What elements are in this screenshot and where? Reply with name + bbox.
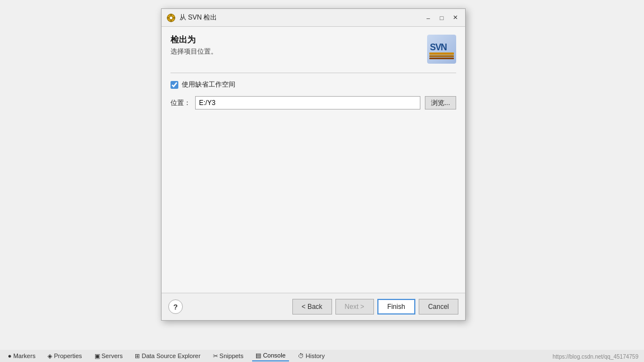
maximize-button[interactable]: □ [436,12,447,23]
snippets-icon: ✂ [213,353,218,360]
dialog-title-text: 从 SVN 检出 [179,13,423,22]
tab-console[interactable]: ▤ Console [252,351,288,361]
properties-icon: ◈ [48,353,52,360]
dialog-title-bar[interactable]: 从 SVN 检出 – □ ✕ [162,9,465,27]
dialog-main-title: 检出为 [171,35,422,45]
close-button[interactable]: ✕ [449,12,461,23]
workspace-checkbox-label[interactable]: 使用缺省工作空间 [182,80,235,89]
servers-icon: ▣ [94,353,100,360]
back-button[interactable]: < Back [292,299,332,315]
svg-rect-5 [173,17,175,18]
bottom-tab-bar: ● Markers ◈ Properties ▣ Servers ⊞ Data … [0,350,644,362]
header-separator [171,73,456,73]
svg-rect-4 [167,17,169,18]
svg-rect-10 [429,58,454,59]
dialog-header: 检出为 选择项目位置。 SVN [171,35,456,64]
svn-logo: SVN [427,35,456,64]
finish-button[interactable]: Finish [377,299,415,315]
datasource-icon: ⊞ [135,353,140,360]
svg-rect-9 [429,55,454,57]
svn-checkout-dialog: 从 SVN 检出 – □ ✕ 检出为 选择项目位置。 [161,8,466,321]
console-icon: ▤ [255,352,261,359]
background: ● Markers ◈ Properties ▣ Servers ⊞ Data … [0,0,644,362]
tab-servers[interactable]: ▣ Servers [91,351,126,361]
dialog-content: 检出为 选择项目位置。 SVN [162,27,465,293]
svg-rect-2 [171,14,172,16]
browse-button[interactable]: 浏览... [425,96,456,109]
cancel-button[interactable]: Cancel [419,299,458,315]
bottom-url: https://blog.csdn.net/qq_45174759 [553,354,638,360]
workspace-checkbox[interactable] [171,81,178,89]
tab-properties[interactable]: ◈ Properties [44,351,85,361]
dialog-subtitle: 选择项目位置。 [171,47,422,56]
tab-markers[interactable]: ● Markers [4,351,39,360]
dialog-title-icon [166,13,176,23]
next-button[interactable]: Next > [335,299,374,315]
minimize-button[interactable]: – [423,12,434,23]
tab-snippets[interactable]: ✂ Snippets [210,351,247,361]
location-row: 位置： 浏览... [171,96,456,109]
tab-datasource[interactable]: ⊞ Data Source Explorer [131,351,203,361]
tab-history[interactable]: ⏱ History [295,351,328,360]
svg-rect-8 [429,53,454,55]
history-icon: ⏱ [298,353,304,359]
empty-content-area [171,114,456,287]
dialog-footer: ? < Back Next > Finish Cancel [162,293,465,320]
svg-text:SVN: SVN [430,42,447,52]
workspace-checkbox-row: 使用缺省工作空间 [171,80,456,89]
svg-point-1 [169,16,173,20]
help-section: ? [168,299,183,314]
location-input[interactable] [195,96,420,109]
marker-icon: ● [8,353,12,359]
location-label: 位置： [171,98,191,108]
dialog-title-section: 检出为 选择项目位置。 [171,35,422,56]
svg-rect-3 [171,20,172,22]
footer-buttons: < Back Next > Finish Cancel [292,299,458,315]
help-button[interactable]: ? [168,299,183,314]
title-bar-controls: – □ ✕ [423,12,461,23]
